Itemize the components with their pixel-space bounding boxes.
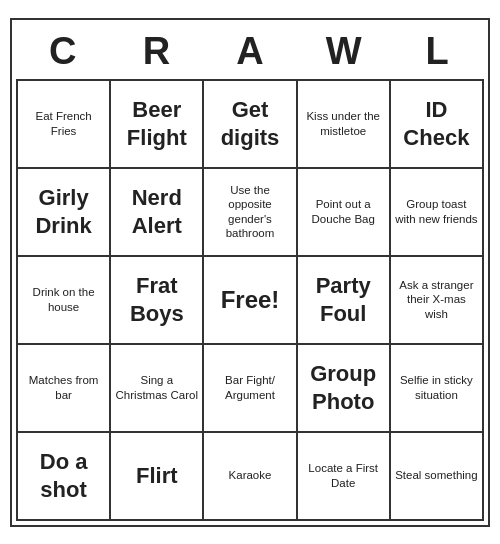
- bingo-cell: Drink on the house: [18, 257, 111, 345]
- bingo-cell: Point out a Douche Bag: [298, 169, 391, 257]
- bingo-cell: Bar Fight/ Argument: [204, 345, 297, 433]
- bingo-cell: Frat Boys: [111, 257, 204, 345]
- bingo-cell: Matches from bar: [18, 345, 111, 433]
- bingo-cell: Free!: [204, 257, 297, 345]
- header-letter: A: [203, 24, 297, 79]
- header-letter: L: [390, 24, 484, 79]
- bingo-header: CRAWL: [16, 24, 484, 79]
- bingo-cell: Sing a Christmas Carol: [111, 345, 204, 433]
- bingo-cell: Ask a stranger their X-mas wish: [391, 257, 484, 345]
- bingo-cell: Locate a First Date: [298, 433, 391, 521]
- bingo-grid: Eat French FriesBeer FlightGet digitsKis…: [16, 79, 484, 521]
- bingo-cell: Flirt: [111, 433, 204, 521]
- bingo-cell: Selfie in sticky situation: [391, 345, 484, 433]
- header-letter: C: [16, 24, 110, 79]
- bingo-cell: Karaoke: [204, 433, 297, 521]
- bingo-cell: Kiss under the mistletoe: [298, 81, 391, 169]
- bingo-cell: Use the opposite gender's bathroom: [204, 169, 297, 257]
- bingo-cell: ID Check: [391, 81, 484, 169]
- bingo-cell: Girly Drink: [18, 169, 111, 257]
- header-letter: R: [110, 24, 204, 79]
- bingo-cell: Nerd Alert: [111, 169, 204, 257]
- bingo-cell: Party Foul: [298, 257, 391, 345]
- bingo-cell: Get digits: [204, 81, 297, 169]
- bingo-cell: Do a shot: [18, 433, 111, 521]
- bingo-cell: Eat French Fries: [18, 81, 111, 169]
- bingo-cell: Group toast with new friends: [391, 169, 484, 257]
- bingo-cell: Group Photo: [298, 345, 391, 433]
- bingo-cell: Steal something: [391, 433, 484, 521]
- header-letter: W: [297, 24, 391, 79]
- bingo-cell: Beer Flight: [111, 81, 204, 169]
- bingo-card: CRAWL Eat French FriesBeer FlightGet dig…: [10, 18, 490, 527]
